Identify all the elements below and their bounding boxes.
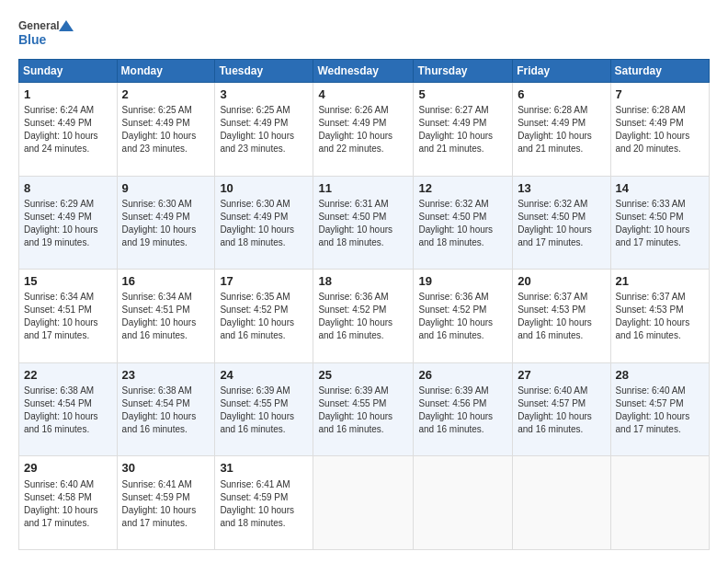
calendar-header-monday: Monday xyxy=(117,60,215,83)
daylight-label: Daylight: 10 hours and 16 minutes. xyxy=(518,317,592,340)
day-number: 3 xyxy=(220,86,308,103)
sunset-label: Sunset: 4:52 PM xyxy=(418,304,486,315)
sunset-label: Sunset: 4:55 PM xyxy=(220,398,288,408)
calendar-cell: 3Sunrise: 6:25 AMSunset: 4:49 PMDaylight… xyxy=(215,83,313,177)
daylight-label: Daylight: 10 hours and 18 minutes. xyxy=(220,505,294,528)
daylight-label: Daylight: 10 hours and 16 minutes. xyxy=(418,411,493,434)
sunrise-label: Sunrise: 6:40 AM xyxy=(24,479,94,489)
calendar-cell: 11Sunrise: 6:31 AMSunset: 4:50 PMDayligh… xyxy=(313,176,414,270)
day-number: 28 xyxy=(616,367,704,384)
daylight-label: Daylight: 10 hours and 17 minutes. xyxy=(24,317,98,340)
sunrise-label: Sunrise: 6:36 AM xyxy=(318,292,388,302)
daylight-label: Daylight: 10 hours and 16 minutes. xyxy=(318,411,392,434)
sunset-label: Sunset: 4:55 PM xyxy=(318,398,386,408)
calendar-cell: 17Sunrise: 6:35 AMSunset: 4:52 PMDayligh… xyxy=(215,270,313,363)
daylight-label: Daylight: 10 hours and 21 minutes. xyxy=(418,131,493,154)
calendar-week-row: 22Sunrise: 6:38 AMSunset: 4:54 PMDayligh… xyxy=(19,362,710,456)
calendar-cell: 26Sunrise: 6:39 AMSunset: 4:56 PMDayligh… xyxy=(414,362,513,456)
sunrise-label: Sunrise: 6:34 AM xyxy=(24,292,94,302)
day-number: 4 xyxy=(318,86,408,103)
logo-svg: General Blue xyxy=(18,17,74,50)
sunrise-label: Sunrise: 6:38 AM xyxy=(24,385,94,396)
daylight-label: Daylight: 10 hours and 24 minutes. xyxy=(24,131,98,154)
calendar-cell xyxy=(313,456,414,550)
calendar-cell: 7Sunrise: 6:28 AMSunset: 4:49 PMDaylight… xyxy=(610,83,709,177)
calendar-cell: 16Sunrise: 6:34 AMSunset: 4:51 PMDayligh… xyxy=(117,270,215,363)
day-number: 6 xyxy=(518,86,605,103)
sunrise-label: Sunrise: 6:27 AM xyxy=(418,105,488,115)
sunset-label: Sunset: 4:50 PM xyxy=(318,212,386,222)
sunset-label: Sunset: 4:58 PM xyxy=(24,492,92,502)
sunset-label: Sunset: 4:59 PM xyxy=(122,492,190,502)
calendar-cell xyxy=(513,456,610,550)
sunrise-label: Sunrise: 6:41 AM xyxy=(122,479,192,489)
day-number: 1 xyxy=(24,86,112,103)
day-number: 15 xyxy=(24,273,112,290)
calendar-cell: 28Sunrise: 6:40 AMSunset: 4:57 PMDayligh… xyxy=(610,362,709,456)
sunset-label: Sunset: 4:52 PM xyxy=(318,304,386,315)
calendar-cell: 20Sunrise: 6:37 AMSunset: 4:53 PMDayligh… xyxy=(513,270,610,363)
calendar-week-row: 15Sunrise: 6:34 AMSunset: 4:51 PMDayligh… xyxy=(19,270,710,363)
sunrise-label: Sunrise: 6:32 AM xyxy=(418,199,488,209)
calendar-cell: 13Sunrise: 6:32 AMSunset: 4:50 PMDayligh… xyxy=(513,176,610,270)
day-number: 8 xyxy=(24,180,112,197)
day-number: 17 xyxy=(220,273,308,290)
sunrise-label: Sunrise: 6:28 AM xyxy=(518,105,587,115)
daylight-label: Daylight: 10 hours and 17 minutes. xyxy=(122,505,197,528)
sunrise-label: Sunrise: 6:35 AM xyxy=(220,292,290,302)
sunset-label: Sunset: 4:59 PM xyxy=(220,492,288,502)
calendar-header-sunday: Sunday xyxy=(19,60,118,83)
day-number: 26 xyxy=(418,367,507,384)
sunrise-label: Sunrise: 6:28 AM xyxy=(616,105,686,115)
calendar-week-row: 1Sunrise: 6:24 AMSunset: 4:49 PMDaylight… xyxy=(19,83,710,177)
calendar-header-thursday: Thursday xyxy=(414,60,513,83)
daylight-label: Daylight: 10 hours and 16 minutes. xyxy=(122,411,197,434)
sunrise-label: Sunrise: 6:25 AM xyxy=(220,105,290,115)
day-number: 5 xyxy=(418,86,507,103)
sunset-label: Sunset: 4:53 PM xyxy=(518,304,586,315)
day-number: 9 xyxy=(122,180,210,197)
day-number: 29 xyxy=(24,460,112,477)
daylight-label: Daylight: 10 hours and 23 minutes. xyxy=(220,131,294,154)
calendar-header-wednesday: Wednesday xyxy=(313,60,414,83)
day-number: 23 xyxy=(122,367,210,384)
calendar-header-saturday: Saturday xyxy=(610,60,709,83)
calendar-cell: 12Sunrise: 6:32 AMSunset: 4:50 PMDayligh… xyxy=(414,176,513,270)
sunset-label: Sunset: 4:57 PM xyxy=(518,398,586,408)
day-number: 12 xyxy=(418,180,507,197)
day-number: 20 xyxy=(518,273,605,290)
sunset-label: Sunset: 4:49 PM xyxy=(220,212,288,222)
sunrise-label: Sunrise: 6:41 AM xyxy=(220,479,290,489)
calendar-table: SundayMondayTuesdayWednesdayThursdayFrid… xyxy=(18,59,710,550)
day-number: 31 xyxy=(220,460,308,477)
sunrise-label: Sunrise: 6:34 AM xyxy=(122,292,192,302)
sunrise-label: Sunrise: 6:39 AM xyxy=(318,385,388,396)
sunrise-label: Sunrise: 6:25 AM xyxy=(122,105,192,115)
day-number: 24 xyxy=(220,367,308,384)
sunset-label: Sunset: 4:50 PM xyxy=(616,212,684,222)
sunrise-label: Sunrise: 6:32 AM xyxy=(518,199,587,209)
calendar-cell: 15Sunrise: 6:34 AMSunset: 4:51 PMDayligh… xyxy=(19,270,118,363)
calendar-cell: 5Sunrise: 6:27 AMSunset: 4:49 PMDaylight… xyxy=(414,83,513,177)
calendar-cell: 23Sunrise: 6:38 AMSunset: 4:54 PMDayligh… xyxy=(117,362,215,456)
sunrise-label: Sunrise: 6:29 AM xyxy=(24,199,94,209)
daylight-label: Daylight: 10 hours and 17 minutes. xyxy=(616,411,690,434)
day-number: 27 xyxy=(518,367,605,384)
sunset-label: Sunset: 4:49 PM xyxy=(418,118,486,128)
calendar-cell: 31Sunrise: 6:41 AMSunset: 4:59 PMDayligh… xyxy=(215,456,313,550)
day-number: 30 xyxy=(122,460,210,477)
calendar-cell xyxy=(414,456,513,550)
calendar-cell: 14Sunrise: 6:33 AMSunset: 4:50 PMDayligh… xyxy=(610,176,709,270)
svg-text:Blue: Blue xyxy=(18,32,47,47)
sunrise-label: Sunrise: 6:24 AM xyxy=(24,105,94,115)
sunset-label: Sunset: 4:49 PM xyxy=(318,118,386,128)
day-number: 10 xyxy=(220,180,308,197)
sunrise-label: Sunrise: 6:40 AM xyxy=(616,385,686,396)
sunrise-label: Sunrise: 6:39 AM xyxy=(220,385,290,396)
calendar-cell: 29Sunrise: 6:40 AMSunset: 4:58 PMDayligh… xyxy=(19,456,118,550)
sunrise-label: Sunrise: 6:31 AM xyxy=(318,199,388,209)
sunset-label: Sunset: 4:49 PM xyxy=(122,212,190,222)
calendar-cell: 22Sunrise: 6:38 AMSunset: 4:54 PMDayligh… xyxy=(19,362,118,456)
calendar-cell: 4Sunrise: 6:26 AMSunset: 4:49 PMDaylight… xyxy=(313,83,414,177)
daylight-label: Daylight: 10 hours and 16 minutes. xyxy=(220,317,294,340)
